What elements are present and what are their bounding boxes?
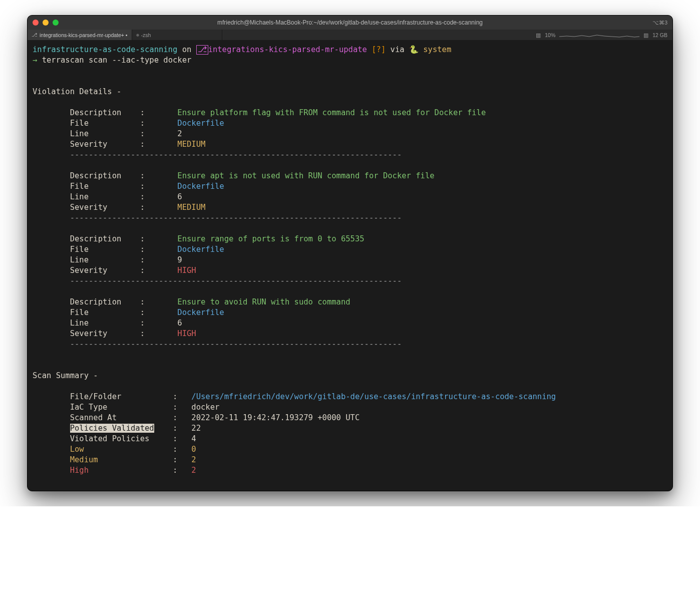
violation-line: 6 [177, 319, 182, 328]
violation-line: 9 [177, 255, 182, 264]
fullscreen-icon[interactable] [53, 20, 59, 26]
violation-line: 6 [177, 192, 182, 201]
tab-bar: ⎇ integrations-kics-parsed-mr-update+ • … [28, 30, 672, 41]
violation-header: Violation Details - [33, 87, 121, 96]
shortcut-hint: ⌥⌘3 [652, 20, 667, 26]
summary-high: 2 [191, 466, 196, 475]
prompt-branch: ⎇integrations-kics-parsed-mr-update [196, 45, 367, 54]
tab-label: integrations-kics-parsed-mr-update+ • [40, 32, 128, 38]
tab-label: -zsh [141, 32, 151, 38]
violation-file: Dockerfile [177, 119, 224, 128]
divider: ----------------------------------------… [70, 213, 402, 222]
scan-summary-header: Scan Summary - [33, 371, 98, 380]
window-title: mfriedrich@Michaels-MacBook-Pro:~/dev/wo… [28, 19, 672, 26]
summary-low: 0 [191, 445, 196, 454]
prompt-arrow: → [33, 56, 42, 65]
violation-desc: Ensure range of ports is from 0 to 65535 [177, 234, 364, 243]
violation-file: Dockerfile [177, 308, 224, 317]
summary-scanned: 2022-02-11 19:42:47.193279 +0000 UTC [191, 413, 360, 422]
minimize-icon[interactable] [43, 20, 49, 26]
terminal-body[interactable]: infrastructure-as-code-scanning on ⎇inte… [28, 41, 672, 491]
violation-severity: MEDIUM [177, 140, 205, 149]
mem-icon: ▥ [643, 32, 648, 38]
violation-desc: Ensure apt is not used with RUN command … [177, 171, 434, 180]
memory: 12 GB [652, 32, 667, 38]
cpu-icon: ▥ [536, 32, 541, 38]
terminal-window: mfriedrich@Michaels-MacBook-Pro:~/dev/wo… [27, 15, 673, 491]
shell-icon: ⎈ [136, 32, 139, 38]
divider: ----------------------------------------… [70, 276, 402, 285]
violation-desc: Ensure to avoid RUN with sudo command [177, 297, 350, 307]
traffic-lights [33, 20, 59, 26]
violation-severity: HIGH [177, 266, 196, 275]
summary-policies: 22 [191, 424, 201, 433]
tab-branch[interactable]: ⎇ integrations-kics-parsed-mr-update+ • [28, 30, 132, 40]
violation-desc: Ensure platform flag with FROM command i… [177, 108, 486, 117]
violation-severity: MEDIUM [177, 203, 205, 212]
summary-policies-label: Policies Validated [70, 424, 154, 433]
titlebar[interactable]: mfriedrich@Michaels-MacBook-Pro:~/dev/wo… [28, 16, 672, 30]
violation-severity: HIGH [177, 329, 196, 338]
command: terrascan scan --iac-type docker [42, 56, 192, 65]
status-bar: ▥ 10% ▥ 12 GB [536, 30, 672, 40]
cpu-sparkline [559, 32, 639, 39]
cpu-percent: 10% [545, 32, 555, 38]
violation-file: Dockerfile [177, 182, 224, 191]
branch-icon: ⎇ [32, 32, 38, 38]
summary-violated: 4 [191, 434, 196, 443]
violation-file: Dockerfile [177, 245, 224, 254]
divider: ----------------------------------------… [70, 150, 402, 159]
divider: ----------------------------------------… [70, 340, 402, 349]
summary-medium: 2 [191, 455, 196, 464]
close-icon[interactable] [33, 20, 39, 26]
violation-line: 2 [177, 129, 182, 138]
prompt-dir: infrastructure-as-code-scanning [33, 45, 177, 54]
summary-iactype: docker [191, 403, 219, 412]
summary-folder: /Users/mfriedrich/dev/work/gitlab-de/use… [191, 392, 556, 401]
tab-zsh[interactable]: ⎈ -zsh [132, 30, 222, 40]
snake-icon: 🐍 [409, 45, 419, 54]
